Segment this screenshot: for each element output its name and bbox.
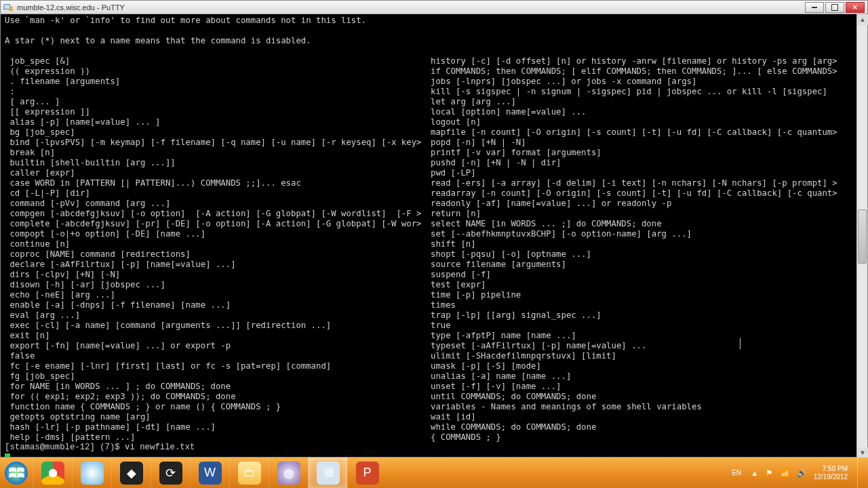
itunes-icon: ♪ — [81, 462, 104, 485]
window-title: mumble-12.cs.wisc.edu - PuTTY — [17, 3, 804, 12]
tray-chevron-icon[interactable]: ▲ — [751, 468, 759, 478]
help-right-column: history [-c] [-d offset] [n] or history … — [431, 56, 863, 443]
taskbar-app-putty[interactable]: 🖥 — [308, 458, 347, 488]
vertical-scrollbar[interactable]: ▲ ▼ — [856, 14, 867, 458]
clock-date: 12/19/2012 — [814, 473, 848, 481]
clock-time: 7:50 PM — [814, 465, 848, 473]
taskbar-app-generic1[interactable]: ◆ — [111, 458, 151, 488]
start-button[interactable] — [0, 458, 33, 488]
help-intro-text: Use `man -k' or `info' to find out more … — [5, 16, 863, 46]
chrome-icon — [41, 462, 64, 485]
taskbar-app-explorer[interactable]: 🗀 — [229, 458, 269, 488]
windows-taskbar: ♪ ◆ ⟳ W 🗀 ◍ 🖥 P EN ▲ ⚑ 📶 🔊 7:50 PM 12/19… — [0, 458, 868, 488]
scroll-down-arrow-icon[interactable]: ▼ — [857, 447, 868, 458]
svg-point-2 — [5, 461, 28, 484]
putty-taskbar-icon: 🖥 — [317, 462, 340, 485]
taskbar-app-steam[interactable]: ⟳ — [151, 458, 190, 488]
word-icon: W — [199, 462, 222, 485]
terminal-cursor — [5, 453, 10, 457]
terminal-area[interactable]: Use `man -k' or `info' to find out more … — [1, 14, 867, 457]
taskbar-app-itunes[interactable]: ♪ — [72, 458, 111, 488]
svg-rect-1 — [10, 7, 13, 10]
folder-icon: 🗀 — [238, 462, 261, 485]
help-left-column: job_spec [&] (( expression )) . filename… — [5, 56, 431, 443]
scroll-up-arrow-icon[interactable]: ▲ — [857, 14, 868, 25]
system-tray: EN ▲ ⚑ 📶 🔊 7:50 PM 12/19/2012 — [724, 458, 868, 488]
svg-rect-0 — [4, 4, 10, 9]
shell-prompt-line: [stamas@mumble-12] (7)$ vi newfile.txt — [5, 443, 863, 457]
maximize-button[interactable] — [825, 2, 844, 13]
taskbar-app-powerpoint[interactable]: P — [347, 458, 387, 488]
help-columns: job_spec [&] (( expression )) . filename… — [5, 56, 863, 443]
taskbar-clock[interactable]: 7:50 PM 12/19/2012 — [814, 465, 848, 481]
window-buttons — [804, 2, 865, 13]
window-titlebar[interactable]: mumble-12.cs.wisc.edu - PuTTY — [1, 1, 867, 14]
close-button[interactable] — [846, 2, 865, 13]
eclipse-icon: ◍ — [277, 462, 300, 485]
taskbar-app-chrome[interactable] — [33, 458, 72, 488]
language-indicator[interactable]: EN — [729, 468, 744, 478]
putty-window: mumble-12.cs.wisc.edu - PuTTY Use `man -… — [0, 0, 868, 458]
network-icon[interactable]: 📶 — [780, 468, 790, 478]
taskbar-app-eclipse[interactable]: ◍ — [269, 458, 308, 488]
action-center-icon[interactable]: ⚑ — [766, 468, 773, 478]
scrollbar-thumb[interactable] — [858, 209, 867, 264]
show-desktop-button[interactable] — [857, 458, 863, 488]
windows-logo-icon — [4, 461, 28, 485]
shell-prompt-text: [stamas@mumble-12] (7)$ vi newfile.txt — [5, 443, 195, 452]
volume-icon[interactable]: 🔊 — [797, 468, 807, 478]
putty-icon — [3, 3, 13, 12]
steam-icon: ⟳ — [159, 462, 182, 485]
mouse-text-caret — [740, 338, 741, 349]
taskbar-app-word[interactable]: W — [190, 458, 229, 488]
minimize-button[interactable] — [805, 2, 824, 13]
app-icon: ◆ — [120, 462, 143, 485]
powerpoint-icon: P — [356, 462, 379, 485]
